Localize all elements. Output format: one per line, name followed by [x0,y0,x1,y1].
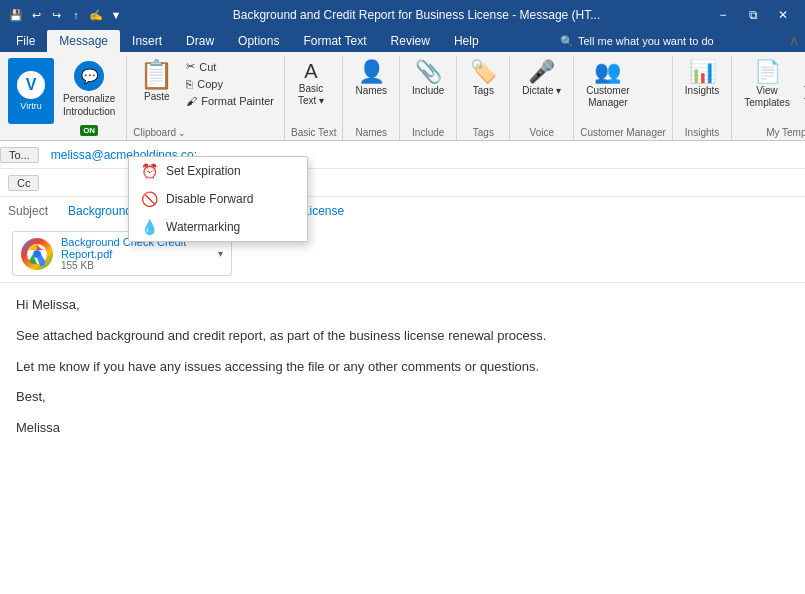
disable-forward-icon: 🚫 [141,191,158,207]
ribbon-collapse-button[interactable]: ∧ [783,30,805,52]
basic-text-items: A BasicText ▾ [291,56,336,125]
tags-group-label: Tags [463,125,503,140]
title-bar-quick-access: 💾 ↩ ↪ ↑ ✍ ▼ [8,7,124,23]
tab-options[interactable]: Options [226,30,291,52]
body-line-4: Best, [16,387,789,408]
names-button[interactable]: 👤 Names [349,58,393,100]
insights-label: Insights [685,85,719,97]
tags-label: Tags [473,85,494,97]
watermarking-item[interactable]: 💧 Watermarking [129,213,307,241]
format-painter-button[interactable]: 🖌 Format Painter [182,93,278,109]
body-line-2: See attached background and credit repor… [16,326,789,347]
dictate-label: Dictate ▾ [522,85,561,97]
copy-button[interactable]: ⎘ Copy [182,76,278,92]
restore-button[interactable]: ⧉ [739,1,767,29]
format-painter-label: Format Painter [201,95,274,107]
tab-format-text[interactable]: Format Text [291,30,378,52]
virtru-group-label [8,136,120,140]
my-templates-label: My Templates [738,125,805,140]
pen-icon[interactable]: ✍ [88,7,104,23]
clipboard-expand-icon[interactable]: ⌄ [178,128,186,138]
dictate-button[interactable]: 🎤 Dictate ▾ [516,58,567,100]
personalize-label-2: Introduction [63,106,115,117]
names-items: 👤 Names [349,56,393,125]
ribbon-group-insights: 📊 Insights Insights [675,56,732,140]
disable-forward-item[interactable]: 🚫 Disable Forward [129,185,307,213]
tab-file[interactable]: File [4,30,47,52]
paste-label: Paste [144,91,170,103]
tab-help[interactable]: Help [442,30,491,52]
virtru-group-items: V Virtru 💬 Personalize Introduction ON [8,56,120,136]
window-title: Background and Credit Report for Busines… [130,8,703,22]
ribbon-group-basic-text: A BasicText ▾ Basic Text [287,56,343,140]
virtru-dropdown: ⏰ Set Expiration 🚫 Disable Forward 💧 Wat… [128,156,308,242]
attachment-chrome-icon [21,238,53,270]
paste-button[interactable]: 📋 Paste [133,58,180,124]
ribbon: File Message Insert Draw Options Format … [0,30,805,141]
clipboard-items: 📋 Paste ✂ Cut ⎘ Copy 🖌 Format Painter [133,56,278,125]
basic-text-icon: A [304,61,317,81]
search-icon: 🔍 [560,35,574,48]
customer-manager-label: CustomerManager [586,85,629,109]
format-painter-icon: 🖌 [186,95,197,107]
ribbon-group-clipboard: 📋 Paste ✂ Cut ⎘ Copy 🖌 Format Painter [129,56,285,140]
ribbon-group-voice: 🎤 Dictate ▾ Voice [512,56,574,140]
basic-text-button[interactable]: A BasicText ▾ [291,58,331,110]
set-expiration-label: Set Expiration [166,164,241,178]
tags-icon: 🏷️ [470,61,497,83]
insights-button[interactable]: 📊 Insights [679,58,725,100]
dictate-icon: 🎤 [528,61,555,83]
ribbon-tab-bar: File Message Insert Draw Options Format … [0,30,805,52]
templates-templates-button[interactable]: 📋 TemplatesTemplates [798,58,805,112]
templates-items: 📄 ViewTemplates 📋 TemplatesTemplates [738,56,805,125]
personalize-label-1: Personalize [63,93,115,104]
ribbon-group-templates: 📄 ViewTemplates 📋 TemplatesTemplates My … [734,56,805,140]
body-line-1: Hi Melissa, [16,295,789,316]
subject-row: Subject Background and Credit Report for… [0,197,805,225]
cc-button[interactable]: Cc [8,175,39,191]
cut-button[interactable]: ✂ Cut [182,58,278,75]
undo-icon[interactable]: ↩ [28,7,44,23]
ribbon-search: 🔍 Tell me what you want to do [552,30,722,52]
cut-icon: ✂ [186,60,195,73]
names-group-label: Names [349,125,393,140]
dropdown-icon[interactable]: ▼ [108,7,124,23]
body-line-5: Melissa [16,418,789,439]
to-button[interactable]: To... [0,147,39,163]
names-icon: 👤 [358,61,385,83]
ribbon-group-customer-manager: 👥 CustomerManager Customer Manager [576,56,673,140]
virtru-button[interactable]: V Virtru [8,58,54,124]
ribbon-search-label[interactable]: Tell me what you want to do [578,35,714,47]
customer-manager-items: 👥 CustomerManager [580,56,666,125]
up-icon[interactable]: ↑ [68,7,84,23]
personalize-icon: 💬 [74,61,104,91]
attachment-size: 155 KB [61,260,210,271]
virtru-on-badge: ON [80,122,98,136]
tab-draw[interactable]: Draw [174,30,226,52]
ribbon-group-names: 👤 Names Names [345,56,400,140]
view-templates-button[interactable]: 📄 ViewTemplates [738,58,796,112]
minimize-button[interactable]: − [709,1,737,29]
basic-text-group-label: Basic Text [291,125,336,140]
include-label: Include [412,85,444,97]
email-body: Hi Melissa, See attached background and … [0,283,805,461]
tab-review[interactable]: Review [379,30,442,52]
disable-forward-label: Disable Forward [166,192,253,206]
set-expiration-item[interactable]: ⏰ Set Expiration [129,157,307,185]
include-button[interactable]: 📎 Include [406,58,450,100]
tab-message[interactable]: Message [47,30,120,52]
customer-manager-button[interactable]: 👥 CustomerManager [580,58,635,112]
close-button[interactable]: ✕ [769,1,797,29]
insights-group-label: Insights [679,125,725,140]
watermarking-label: Watermarking [166,220,240,234]
attachment-area: Background Check Credit Report.pdf 155 K… [0,225,805,283]
redo-icon[interactable]: ↪ [48,7,64,23]
cut-label: Cut [199,61,216,73]
attachment-expand-icon[interactable]: ▾ [218,248,223,259]
names-label: Names [355,85,387,97]
include-icon: 📎 [415,61,442,83]
save-icon[interactable]: 💾 [8,7,24,23]
tags-button[interactable]: 🏷️ Tags [463,58,503,100]
tab-insert[interactable]: Insert [120,30,174,52]
personalize-introduction-button[interactable]: 💬 Personalize Introduction [58,58,120,120]
